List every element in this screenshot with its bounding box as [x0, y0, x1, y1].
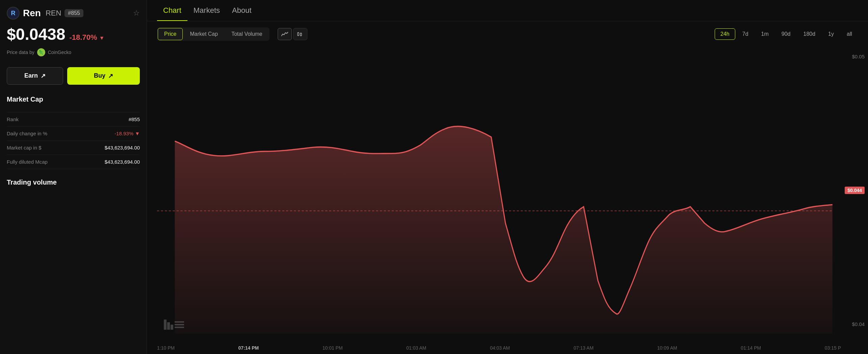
price-value: $0.0438	[7, 26, 66, 44]
svg-rect-7	[164, 320, 167, 330]
trading-volume-title: Trading volume	[7, 179, 140, 188]
rank-row: Rank #855	[7, 112, 140, 127]
coingecko-logo: 🦎	[37, 48, 45, 56]
daily-change-label: Daily change in %	[7, 131, 47, 136]
price-source: Price data by 🦎 CoinGecko	[7, 48, 140, 56]
price-chart	[157, 47, 868, 334]
filter-market-cap[interactable]: Market Cap	[183, 28, 224, 40]
buy-label: Buy	[94, 72, 105, 79]
coin-header: R Ren REN #855 ☆	[7, 7, 140, 20]
y-label-0040: $0.04	[852, 321, 865, 327]
time-filter-group: 24h 7d 1m 90d 180d 1y all	[715, 28, 858, 40]
time-1y[interactable]: 1y	[822, 28, 840, 40]
svg-rect-9	[171, 325, 173, 330]
tradingview-logo	[164, 320, 184, 332]
time-24h[interactable]: 24h	[715, 28, 735, 40]
svg-rect-12	[175, 327, 184, 328]
market-cap-value: $43,623,694.00	[105, 145, 140, 151]
action-buttons: Earn ↗ Buy ↗	[7, 67, 140, 85]
x-label-6: 10:09 AM	[657, 345, 677, 351]
price-row: $0.0438 -18.70% ▼	[7, 26, 140, 44]
price-change-pct: -18.70%	[70, 33, 97, 42]
filter-price[interactable]: Price	[158, 28, 183, 40]
svg-rect-10	[175, 321, 184, 323]
svg-rect-8	[167, 322, 170, 330]
y-axis-labels: $0.05 $0.044 $0.04	[845, 47, 865, 334]
current-price-label: $0.044	[845, 187, 865, 194]
time-7d[interactable]: 7d	[737, 28, 754, 40]
left-panel: R Ren REN #855 ☆ $0.0438 -18.70% ▼ Price…	[0, 0, 147, 354]
coin-name: Ren	[23, 8, 41, 19]
market-cap-label: Market cap in $	[7, 145, 42, 151]
x-label-0: 1:10 PM	[157, 345, 175, 351]
market-cap-stats: Rank #855 Daily change in % -18.93% ▼ Ma…	[7, 112, 140, 169]
y-label-0050: $0.05	[852, 54, 865, 59]
buy-button[interactable]: Buy ↗	[67, 67, 140, 85]
price-source-text: Price data by	[7, 50, 34, 55]
x-label-4: 04:03 AM	[490, 345, 510, 351]
daily-change-value: -18.93% ▼	[114, 131, 140, 136]
rank-label: Rank	[7, 116, 19, 122]
time-all[interactable]: all	[841, 28, 858, 40]
svg-rect-11	[175, 324, 184, 325]
price-source-name: CoinGecko	[48, 50, 71, 55]
daily-change-row: Daily change in % -18.93% ▼	[7, 127, 140, 141]
chart-controls: Price Market Cap Total Volume	[147, 21, 868, 47]
chart-type-candle[interactable]	[293, 28, 307, 40]
chart-type-line[interactable]	[278, 28, 292, 40]
time-1m[interactable]: 1m	[756, 28, 774, 40]
earn-icon: ↗	[41, 72, 46, 80]
tab-chart[interactable]: Chart	[157, 6, 187, 21]
coin-rank: #855	[65, 9, 83, 17]
x-label-2: 10:01 PM	[323, 345, 343, 351]
earn-button[interactable]: Earn ↗	[7, 67, 63, 85]
x-label-1: 07:14 PM	[238, 345, 259, 351]
svg-rect-0	[298, 33, 299, 35]
x-axis-labels: 1:10 PM 07:14 PM 10:01 PM 01:03 AM 04:03…	[157, 345, 841, 351]
chart-area: $0.05 $0.044 $0.04 1:10 PM 07:14 PM 10:0…	[147, 47, 868, 354]
tab-markets[interactable]: Markets	[187, 6, 226, 21]
buy-icon: ↗	[108, 72, 113, 80]
tabs-row: Chart Markets About	[147, 0, 868, 21]
market-cap-title: Market Cap	[7, 96, 140, 105]
chart-type-group	[278, 28, 307, 40]
x-label-7: 01:14 PM	[741, 345, 761, 351]
x-label-8: 03:15 P	[825, 345, 841, 351]
price-change: -18.70% ▼	[70, 33, 105, 42]
x-label-3: 01:03 AM	[406, 345, 426, 351]
coin-logo: R	[7, 7, 20, 20]
time-180d[interactable]: 180d	[797, 28, 821, 40]
right-panel: Chart Markets About Price Market Cap Tot…	[147, 0, 868, 354]
fully-diluted-row: Fully diluted Mcap $43,623,694.00	[7, 155, 140, 169]
tab-about[interactable]: About	[226, 6, 258, 21]
time-90d[interactable]: 90d	[776, 28, 796, 40]
data-filter-group: Price Market Cap Total Volume	[157, 27, 270, 41]
favorite-button[interactable]: ☆	[133, 9, 140, 18]
x-label-5: 07:13 AM	[573, 345, 593, 351]
fully-diluted-label: Fully diluted Mcap	[7, 159, 48, 165]
fully-diluted-value: $43,623,694.00	[105, 159, 140, 165]
price-section: $0.0438 -18.70% ▼ Price data by 🦎 CoinGe…	[7, 26, 140, 64]
filter-total-volume[interactable]: Total Volume	[225, 28, 269, 40]
market-cap-row: Market cap in $ $43,623,694.00	[7, 141, 140, 155]
svg-rect-3	[300, 33, 302, 35]
coin-ticker: REN	[46, 9, 61, 18]
rank-value: #855	[129, 116, 140, 122]
price-change-arrow: ▼	[99, 35, 105, 41]
earn-label: Earn	[24, 72, 38, 79]
